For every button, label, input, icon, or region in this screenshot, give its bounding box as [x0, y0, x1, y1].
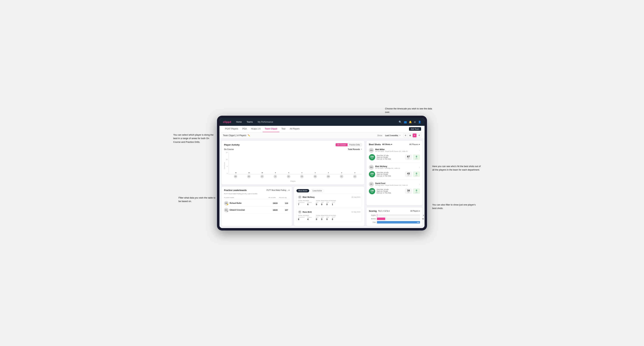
activity-player-rees: RB Rees Britt 02 Sep 2023 Total Rounds	[296, 209, 362, 222]
view-settings-icon[interactable]: ⚙	[417, 134, 421, 137]
tab-hcaps[interactable]: Hcaps 1-5	[249, 126, 263, 132]
avatar-circle-mmiller: MM	[326, 175, 330, 178]
annotation-left-bottom: Filter what data you wish the table to b…	[178, 196, 217, 203]
tab-pga[interactable]: PGA	[240, 126, 249, 132]
stat-lbl-tournament: Tournament	[298, 202, 304, 203]
add-team-button[interactable]: Add Team	[409, 127, 421, 131]
shot-player-detail-david: 24 Aug 2023 · Royal North Devon GC, Hole…	[375, 184, 418, 186]
scoring-bar-pars: 499	[377, 221, 420, 223]
sub-nav: PGAT Players PGA Hcaps 1-5 Team Clippd T…	[220, 126, 424, 133]
view-list-icon[interactable]: ▦	[408, 134, 412, 137]
bar-label-9: 9	[275, 172, 276, 173]
edit-icon[interactable]: ✏️	[248, 134, 250, 137]
metric-unit-1-david: yds	[408, 192, 410, 193]
bar-label-10: 10	[262, 172, 263, 173]
search-icon[interactable]: 🔍	[399, 121, 402, 123]
scoring-header: Scoring Par 3, 4 & 5s ▾ All Players ▾	[369, 210, 420, 212]
activity-header-blair: BM Blair McHarg 26 Aug 2023	[298, 195, 360, 199]
avatar-ecrossman-lb: EC 2	[224, 208, 228, 212]
nav-link-myperformance[interactable]: My Performance	[257, 120, 274, 124]
avatar-obillingham: OB	[296, 175, 308, 179]
chart-dropdown[interactable]: Total Rounds	[348, 148, 360, 150]
tab-pgat-players[interactable]: PGAT Players	[223, 126, 240, 132]
stat-sub-activities-rees: GTT 0 APP 0	[316, 217, 336, 220]
scoring-card: Scoring Par 3, 4 & 5s ▾ All Players ▾	[366, 207, 422, 226]
bs-players-dropdown[interactable]: All Players ▾	[409, 143, 420, 146]
tab-all-players[interactable]: All Players	[288, 126, 302, 132]
stat-sub-rounds: Tournament 7 Practice 6	[298, 202, 312, 206]
leaderboard-dropdown[interactable]: PUTT Must Make Putting ... ▾	[266, 189, 290, 191]
stat-lbl-practice-rees: Practice	[307, 217, 312, 218]
nav-link-home[interactable]: Home	[235, 120, 242, 124]
activity-stats-rees: Total Rounds Tournament 8 Practice	[298, 215, 360, 220]
bs-tab-all-shots[interactable]: All Shots ▾	[382, 143, 392, 146]
filter-least-active[interactable]: Least Active	[310, 189, 324, 192]
col-pb-score: PB SCORE	[268, 197, 279, 198]
shot-endlie-blair: End Lie: In The Hole	[376, 175, 404, 177]
tablet-screen: clippd Home Teams My Performance 🔍 👥 🔔 ⊕…	[220, 118, 424, 228]
bar-label-5: 5	[288, 172, 289, 173]
activity-player-blair: BM Blair McHarg 26 Aug 2023 Total Rounds	[296, 194, 362, 207]
leaderboard-table-header: PLAYER NAME PB SCORE PB AVG SQ	[224, 196, 290, 199]
shot-badge-matt: 200 SG	[369, 154, 375, 161]
col-player-name: PLAYER NAME	[224, 197, 268, 198]
chart-dropdown-arrow: ▾	[361, 148, 362, 150]
shot-text-info-matt: Shot Dist: 67 yds Start Lie: Rough End L…	[376, 155, 404, 160]
stat-app-rees: APP 0	[321, 217, 324, 220]
scoring-dropdown-arrow: ▾	[389, 210, 390, 212]
shot-text-info-blair: Shot Dist: 43 yds Start Lie: Rough End L…	[376, 172, 404, 177]
shot-badge-label-david: SG	[371, 192, 373, 193]
avatar-dford: DF	[256, 175, 268, 179]
scoring-bar-fill-birdies	[377, 218, 385, 220]
stat-num-practice-blair: 6	[307, 203, 312, 206]
leaderboard-sub-info: PUTT Must Make Putting (3-6 ft), Last 3 …	[224, 193, 290, 195]
leaderboard-title: Practice Leaderboards	[224, 189, 246, 191]
filter-most-active[interactable]: Most Active	[296, 189, 309, 192]
shot-player-name-david: David Ford	[375, 182, 418, 184]
stat-lbl-arg: ARG	[326, 202, 329, 203]
chart-dropdown-wrapper: Total Rounds ▾	[348, 148, 362, 150]
metric-num-1-matt: 67	[407, 155, 410, 158]
add-icon[interactable]: ⊕	[414, 121, 416, 123]
team-label: Team Clippd | 14 Players	[223, 134, 246, 137]
toggle-on-course[interactable]: On Course	[336, 143, 348, 146]
tab-team-clippd[interactable]: Team Clippd	[263, 126, 279, 132]
shot-avatar-matt: MM	[369, 148, 374, 153]
scoring-bar-inner-value-pars: 499	[417, 221, 419, 223]
shot-chevron-david[interactable]: ›	[419, 183, 420, 185]
stat-lbl-putt: PUTT	[332, 202, 335, 203]
stat-sub-rounds-rees: Tournament 8 Practice 4	[298, 217, 312, 220]
scoring-players-dropdown[interactable]: All Players ▾	[410, 210, 420, 212]
rank-badge-silver: 2	[227, 211, 228, 212]
avatar-icon[interactable]: 👤	[418, 121, 421, 123]
shot-dist-blair: Shot Dist: 43 yds	[376, 172, 404, 173]
player-name-rbutler: Richard Butler	[230, 202, 242, 204]
metric-unit-2-blair: yds	[416, 175, 418, 176]
toggle-practice-drills[interactable]: Practice Drills	[348, 143, 362, 146]
shot-dist-matt: Shot Dist: 67 yds	[376, 155, 404, 156]
avatar-bmcharg: BM	[229, 175, 242, 179]
bars-area: 13 12 10	[228, 152, 362, 174]
scoring-par-dropdown[interactable]: Par 3, 4 & 5s ▾	[378, 210, 390, 212]
bell-icon[interactable]: 🔔	[409, 121, 412, 123]
shot-chevron-matt[interactable]: ›	[419, 149, 420, 152]
avatar-circle-jcoles: JC	[274, 175, 277, 178]
tab-tour[interactable]: Tour	[279, 126, 288, 132]
nav-link-teams[interactable]: Teams	[246, 120, 254, 124]
scoring-bars: Eagles 3 Birdies	[369, 214, 420, 223]
best-shots-card: Best Shots All Shots ▾ All Players ▾	[366, 141, 422, 205]
view-heart-icon[interactable]: ♥	[413, 134, 416, 137]
players-dropdown-chevron: ▾	[419, 143, 420, 146]
practice-leaderboard-card: Practice Leaderboards PUTT Must Make Put…	[222, 187, 292, 226]
player-activity-card: Player Activity On Course Practice Drill…	[222, 141, 364, 184]
people-icon[interactable]: 👥	[404, 121, 407, 123]
activity-name-blair: BM Blair McHarg	[298, 195, 314, 199]
stat-sub-activities: GTT 0 APP 0	[316, 202, 336, 206]
stat-num-practice-rees: 4	[307, 218, 312, 220]
shot-badge-num-matt: 200	[370, 156, 374, 158]
view-grid-icon[interactable]: ⊞	[404, 134, 408, 137]
show-chevron-icon: ▾	[400, 134, 400, 136]
shot-chevron-blair[interactable]: ›	[419, 166, 420, 169]
pb-avg-sq-rbutler: 110	[279, 202, 290, 204]
show-dropdown[interactable]: Last 3 months	[385, 134, 398, 137]
